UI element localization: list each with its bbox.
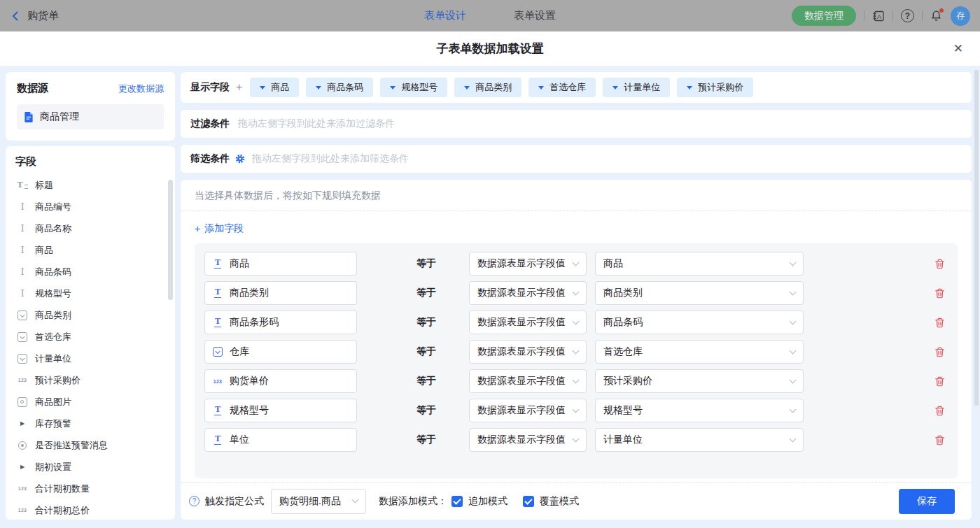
delete-row-button[interactable] [934, 347, 945, 357]
field-list-item[interactable]: 商品编号 [15, 196, 171, 217]
field-list-item[interactable]: 首选仓库 [15, 326, 171, 348]
delete-row-button[interactable] [934, 288, 945, 299]
field-list-item[interactable]: 商品类别 [15, 304, 171, 326]
display-field-tag[interactable]: 计量单位 [603, 78, 670, 97]
add-display-field-button[interactable]: + [236, 81, 242, 94]
rule-row: 购货单价 等于 数据源表显示字段值 预计采购价 [204, 366, 948, 396]
delete-row-button[interactable] [934, 435, 945, 445]
rule-value-select[interactable]: 商品条码 [595, 311, 804, 334]
display-field-tag[interactable]: 首选仓库 [528, 78, 596, 97]
rule-value: 商品类别 [603, 287, 643, 299]
rule-source-select[interactable]: 数据源表显示字段值 [469, 428, 587, 452]
rule-operator-label: 等于 [416, 287, 439, 299]
field-list-item[interactable]: 标题 [15, 174, 171, 196]
fields-scrollbar[interactable] [168, 180, 173, 300]
notification-bell-icon[interactable] [930, 10, 942, 22]
rule-value-select[interactable]: 规格型号 [595, 399, 804, 422]
datasource-item[interactable]: 商品管理 [17, 104, 164, 129]
page-scrollbar[interactable] [974, 70, 979, 406]
field-list-item[interactable]: 规格型号 [15, 283, 171, 304]
rule-source-select[interactable]: 数据源表显示字段值 [469, 252, 587, 276]
rule-target-field[interactable]: 规格型号 [204, 399, 357, 422]
gear-icon[interactable] [235, 154, 245, 164]
field-list-item[interactable]: 合计期初数量 [15, 478, 171, 499]
field-list-item[interactable]: 商品名称 [15, 217, 171, 239]
field-item-label: 期初设置 [35, 461, 71, 473]
trigger-formula-select[interactable]: 购货明细.商品 [271, 489, 366, 514]
field-list-item[interactable]: 预计采购价 [15, 369, 171, 391]
rules-hint-text: 当选择具体数据后，将按如下规则填充数据 [181, 180, 972, 211]
back-button[interactable] [10, 10, 21, 22]
checkbox-icon[interactable] [523, 496, 534, 507]
field-list-item[interactable]: 商品图片 [15, 391, 171, 413]
rule-source-select[interactable]: 数据源表显示字段值 [469, 311, 587, 334]
display-field-tag[interactable]: 商品 [250, 78, 299, 97]
field-type-icon [212, 434, 223, 445]
delete-row-button[interactable] [934, 317, 945, 328]
filter-condition-bar[interactable]: 过滤条件 拖动左侧字段到此处来添加过滤条件 [181, 110, 972, 138]
rule-value: 预计采购价 [603, 375, 652, 387]
help-circle-icon[interactable]: ? [189, 496, 200, 506]
chevron-down-icon [573, 347, 580, 354]
delete-row-button[interactable] [934, 259, 945, 269]
data-manage-button[interactable]: 数据管理 [792, 6, 856, 26]
display-field-tag[interactable]: 预计采购价 [677, 78, 753, 97]
field-type-icon [212, 287, 223, 299]
sift-condition-bar[interactable]: 筛选条件 拖动左侧字段到此处来添加筛选条件 [181, 145, 972, 173]
rule-value-select[interactable]: 商品类别 [595, 281, 804, 305]
field-item-label: 商品 [35, 244, 53, 257]
delete-row-button[interactable] [934, 376, 945, 387]
help-icon[interactable]: ? [901, 9, 914, 22]
mode-option[interactable]: 覆盖模式 [523, 495, 579, 508]
change-datasource-link[interactable]: 更改数据源 [118, 83, 164, 95]
rule-value-select[interactable]: 计量单位 [595, 428, 804, 452]
rule-target-field[interactable]: 仓库 [204, 340, 357, 364]
topbar-tab[interactable]: 表单设计 [424, 9, 466, 22]
app-window: 购货单 表单设计 表单设置 数据管理 A ? 存 子表单数据加 [0, 0, 980, 528]
field-list-item[interactable]: 商品条码 [15, 261, 171, 283]
delete-row-button[interactable] [934, 406, 945, 416]
display-field-tag[interactable]: 商品条码 [306, 78, 373, 97]
rule-source-select[interactable]: 数据源表显示字段值 [469, 281, 587, 305]
field-list-item[interactable]: 计量单位 [15, 348, 171, 369]
close-icon[interactable]: ✕ [953, 41, 963, 56]
rule-target-field[interactable]: 单位 [204, 428, 357, 452]
rule-source-select[interactable]: 数据源表显示字段值 [469, 369, 587, 393]
rule-target-field[interactable]: 商品条形码 [204, 311, 357, 334]
rule-target-field[interactable]: 购货单价 [204, 369, 357, 393]
field-list-item[interactable]: 库存预警 [15, 413, 171, 434]
field-list-item[interactable]: 商品 [15, 239, 171, 261]
topbar-tab[interactable]: 表单设置 [514, 9, 556, 22]
topbar: 购货单 表单设计 表单设置 数据管理 A ? 存 [0, 0, 980, 31]
rule-value-select[interactable]: 首选仓库 [595, 340, 804, 364]
rule-target-field[interactable]: 商品 [204, 252, 357, 276]
save-button[interactable]: 保存 [899, 489, 955, 514]
field-type-icon [17, 223, 28, 234]
tag-label: 商品 [271, 81, 289, 94]
rule-operator-label: 等于 [416, 257, 439, 270]
chevron-down-icon [573, 317, 580, 324]
sift-condition-label: 筛选条件 [190, 152, 230, 165]
rule-field-label: 单位 [230, 434, 249, 446]
dictionary-icon[interactable]: A [872, 10, 885, 22]
rule-target-field[interactable]: 商品类别 [204, 281, 357, 305]
field-item-label: 首选仓库 [35, 331, 71, 343]
field-list-item[interactable]: 是否推送预警消息 [15, 434, 171, 456]
avatar[interactable]: 存 [951, 6, 970, 26]
field-type-icon [17, 353, 28, 364]
add-rule-field-button[interactable]: + 添加字段 [181, 211, 258, 235]
field-list-item[interactable]: 合计期初总价 [15, 499, 171, 520]
checkbox-icon[interactable] [451, 496, 463, 507]
rule-value-select[interactable]: 商品 [595, 252, 804, 276]
rule-field-label: 规格型号 [230, 404, 269, 417]
rule-value: 规格型号 [603, 404, 643, 417]
mode-option[interactable]: 追加模式 [451, 495, 507, 508]
field-item-label: 商品条码 [35, 266, 71, 278]
display-field-tag[interactable]: 规格型号 [380, 78, 447, 97]
rule-source-select[interactable]: 数据源表显示字段值 [469, 399, 587, 422]
field-list-item[interactable]: 期初设置 [15, 456, 171, 478]
chevron-down-icon [790, 435, 797, 442]
rule-source-select[interactable]: 数据源表显示字段值 [469, 340, 587, 364]
display-field-tag[interactable]: 商品类别 [454, 78, 522, 97]
rule-value-select[interactable]: 预计采购价 [595, 369, 804, 393]
